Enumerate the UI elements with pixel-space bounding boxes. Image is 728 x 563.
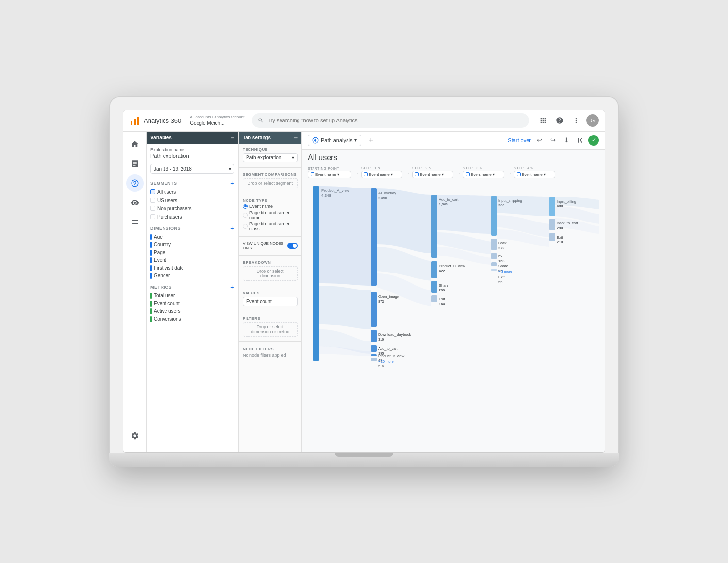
values-dropdown[interactable]: Event count (243, 297, 298, 306)
node-step1-download[interactable] (371, 330, 377, 342)
segment-label-us-users: US users (157, 198, 177, 203)
variables-panel-minimize[interactable]: − (231, 135, 234, 141)
radio-page-class[interactable] (243, 224, 248, 229)
user-avatar[interactable]: G (586, 114, 599, 127)
node-step4-back-to-cart[interactable] (549, 219, 555, 230)
nav-advertising[interactable] (126, 194, 144, 211)
values-section: VALUES Event count (239, 288, 301, 309)
segment-checkbox-non-purchasers[interactable] (150, 206, 155, 211)
dim-gender[interactable]: Gender (147, 272, 238, 280)
nav-home[interactable] (126, 136, 144, 153)
segment-non-purchasers[interactable]: Non purchasers (147, 205, 238, 213)
breakdown-drop-area[interactable]: Drop or select dimension (243, 266, 298, 281)
node-type-page-class[interactable]: Page title and screen class (243, 222, 298, 231)
metric-label-total-user: Total user (154, 293, 175, 298)
step-0-header: STARTING POINT Event name ▾ (308, 167, 351, 178)
dimensions-add-btn[interactable]: + (230, 225, 234, 232)
step-2-value: Event name (420, 172, 441, 177)
segment-checkbox-purchasers[interactable] (150, 214, 155, 219)
nav-configure[interactable] (126, 213, 144, 231)
node-step1-all-overlay[interactable] (371, 188, 377, 286)
node-step1-open-image[interactable] (371, 292, 377, 327)
step-4-icon (517, 172, 521, 176)
node-step3-back[interactable] (491, 239, 497, 250)
segment-us-users[interactable]: US users (147, 196, 238, 205)
view-unique-toggle[interactable] (287, 243, 298, 249)
metrics-add-btn[interactable]: + (230, 284, 234, 290)
dim-first-visit[interactable]: First visit date (147, 264, 238, 272)
nav-explore[interactable] (126, 174, 144, 192)
segment-checkbox-us-users[interactable] (150, 198, 155, 203)
divider-3 (239, 236, 301, 237)
node-step1-add-to-cart-name: Add_to_cart (378, 346, 398, 351)
step-0-dropdown[interactable]: Event name ▾ (308, 171, 351, 178)
variables-panel: Variables − Exploration name Path explor… (147, 132, 239, 452)
step-4-header: STEP +4 ✎ Event name ▾ (514, 166, 555, 178)
node-step3-more[interactable] (491, 269, 497, 271)
search-input[interactable] (267, 118, 523, 123)
segment-purchasers[interactable]: Purchasers (147, 213, 238, 221)
download-btn[interactable]: ⬇ (561, 135, 572, 146)
start-over-btn[interactable]: Start over (508, 137, 531, 143)
node-type-page-title-screen[interactable]: Page title and screen name (243, 210, 298, 220)
grid-icon-btn[interactable] (537, 114, 549, 127)
node-step3-input-shipping[interactable] (491, 196, 497, 236)
segment-drop-area[interactable]: Drop or select segment (243, 178, 298, 188)
svg-rect-2 (137, 117, 139, 125)
dim-country[interactable]: Country (147, 241, 238, 249)
step-4-dropdown[interactable]: Event name ▾ (514, 171, 555, 178)
filters-drop-area[interactable]: Drop or select dimension or metric (243, 322, 298, 337)
segment-checkbox-all-users[interactable] (150, 189, 155, 194)
share-btn[interactable] (575, 135, 585, 146)
dim-age[interactable]: Age (147, 233, 238, 241)
node-step2-product-c[interactable] (431, 261, 437, 278)
radio-page-title-screen[interactable] (243, 213, 248, 218)
node-step3-exit[interactable] (491, 253, 497, 259)
dim-event[interactable]: Event (147, 256, 238, 264)
node-step1-more[interactable] (371, 358, 377, 361)
node-step4-input-billing[interactable] (549, 197, 555, 216)
step-3-dropdown[interactable]: Event name ▾ (463, 171, 504, 178)
step-1-dropdown[interactable]: Event name ▾ (361, 171, 402, 178)
more-vert-icon-btn[interactable] (570, 114, 582, 127)
metric-total-user[interactable]: Total user (147, 292, 238, 300)
node-step2-add-to-cart[interactable] (431, 195, 437, 258)
step-2-dropdown[interactable]: Event name ▾ (412, 171, 453, 178)
arrow-0-1: → (352, 171, 360, 178)
radio-event-name[interactable] (243, 204, 248, 209)
node-step1-product-b[interactable] (371, 354, 377, 356)
help-icon-btn[interactable] (553, 114, 566, 127)
step-headers-row: STARTING POINT Event name ▾ → STEP +1 ✎ (308, 166, 599, 178)
tab-settings-minimize[interactable]: − (294, 135, 298, 141)
dim-page[interactable]: Page (147, 249, 238, 256)
node-step1-more-label[interactable]: + 20 more (378, 360, 394, 363)
metric-label-active-users: Active users (154, 308, 180, 314)
nav-settings[interactable] (126, 427, 144, 444)
top-bar: Analytics 360 All accounts › Analytics a… (123, 110, 605, 132)
add-tab-btn[interactable]: + (365, 135, 377, 146)
saved-indicator[interactable]: ✓ (588, 135, 599, 146)
node-step3-share[interactable] (491, 262, 497, 266)
segment-all-users[interactable]: All users (147, 188, 238, 196)
node-step2-share[interactable] (431, 281, 437, 293)
node-starting[interactable] (313, 186, 319, 361)
node-step2-exit[interactable] (431, 295, 437, 302)
metric-conversions[interactable]: Conversions (147, 315, 238, 323)
node-step4-exit[interactable] (549, 233, 555, 241)
date-range[interactable]: Jan 13 - 19, 2018 ▾ (150, 164, 234, 174)
path-analysis-btn[interactable]: Path analysis ▾ (308, 135, 361, 146)
segments-add-btn[interactable]: + (230, 180, 234, 187)
node-step1-open-image-name: Open_image (378, 294, 399, 299)
metric-event-count[interactable]: Event count (147, 300, 238, 307)
node-type-event-name[interactable]: Event name (243, 204, 298, 209)
dim-bar-first-visit (150, 265, 152, 271)
node-step1-add-to-cart[interactable] (371, 345, 377, 352)
metric-active-users[interactable]: Active users (147, 307, 238, 315)
search-bar[interactable] (252, 113, 529, 128)
nav-reports[interactable] (126, 155, 144, 172)
node-step3-more-label[interactable]: + 3 more (498, 270, 512, 273)
redo-btn[interactable]: ↪ (547, 135, 558, 146)
view-unique-section: VIEW UNIQUE NODES ONLY (239, 239, 301, 253)
technique-dropdown[interactable]: Path exploration ▾ (243, 153, 298, 162)
undo-btn[interactable]: ↩ (534, 135, 545, 146)
